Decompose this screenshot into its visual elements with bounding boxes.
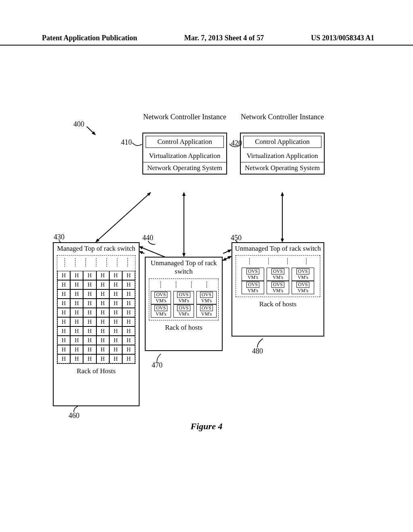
- host-cell: H: [96, 317, 109, 326]
- dashed-sep: [206, 281, 207, 288]
- host-cell: H: [96, 336, 109, 345]
- controller-title-right: Network Controller Instance: [240, 113, 325, 121]
- controller-box-410: Control Application Virtualization Appli…: [142, 133, 227, 175]
- vm-row: OVSVM'sOVSVM'sOVSVM's: [238, 268, 318, 281]
- vms-label: VM's: [201, 312, 212, 316]
- edge-430-450a: [140, 251, 144, 254]
- host-cell: H: [109, 354, 122, 364]
- vm-host-box: OVSVM's: [173, 291, 194, 304]
- dashed-sep: [306, 258, 307, 264]
- ref480-hook: [257, 339, 263, 347]
- ref400-arrow: [87, 127, 95, 135]
- vm-row: OVSVM'sOVSVM'sOVSVM's: [151, 304, 217, 318]
- ref460-hook: [74, 406, 78, 412]
- rack-440-title: Unmanaged Top of rack switch: [146, 258, 222, 278]
- vms-label: VM's: [248, 275, 258, 280]
- host-cell: H: [83, 308, 96, 317]
- rack-440-vm-area: OVSVM'sOVSVM'sOVSVM'sOVSVM'sOVSVM'sOVSVM…: [149, 278, 219, 320]
- host-cell: H: [70, 271, 83, 280]
- host-cell: H: [83, 317, 96, 326]
- host-row: HHHHHH: [57, 317, 135, 326]
- vm-row: OVSVM'sOVSVM'sOVSVM's: [151, 291, 217, 304]
- controller-box-420: Control Application Virtualization Appli…: [240, 133, 325, 175]
- host-cell: H: [57, 317, 70, 326]
- host-cell: H: [83, 289, 96, 299]
- host-cell: H: [109, 308, 122, 317]
- vm-host-box: OVSVM's: [292, 281, 314, 294]
- dashed-sep: [161, 281, 161, 288]
- ovs-label: OVS: [200, 292, 213, 298]
- ref-460: 460: [69, 411, 79, 420]
- host-cell: H: [96, 271, 109, 280]
- ovs-label: OVS: [271, 268, 284, 274]
- host-cell: H: [122, 289, 135, 299]
- host-cell: H: [96, 345, 109, 354]
- host-cell: H: [109, 289, 122, 299]
- host-cell: H: [122, 271, 135, 280]
- host-cell: H: [109, 336, 122, 345]
- vm-row: OVSVM'sOVSVM'sOVSVM's: [238, 281, 318, 294]
- virt-app-420: Virtualization Application: [241, 150, 324, 162]
- ovs-label: OVS: [200, 305, 213, 311]
- host-cell: H: [70, 326, 83, 336]
- host-cell: H: [57, 336, 70, 345]
- host-cell: H: [122, 326, 135, 336]
- host-cell: H: [57, 354, 70, 364]
- header-left: Patent Application Publication: [42, 34, 137, 42]
- host-cell: H: [70, 336, 83, 345]
- ovs-label: OVS: [177, 292, 190, 298]
- host-cell: H: [122, 299, 135, 308]
- ovs-label: OVS: [246, 282, 259, 288]
- header-right: US 2013/0058343 A1: [311, 34, 374, 42]
- host-row: HHHHHH: [57, 336, 135, 345]
- host-cell: H: [57, 345, 70, 354]
- ref-470: 470: [152, 361, 163, 370]
- rack-450: Unmanaged Top of rack switch OVSVM'sOVSV…: [232, 242, 324, 337]
- host-cell: H: [83, 271, 96, 280]
- host-cell: H: [83, 326, 96, 336]
- edge-440-450: [223, 256, 231, 260]
- vm-host-box: OVSVM's: [267, 268, 289, 281]
- ovs-label: OVS: [271, 282, 284, 288]
- rack-450-title: Unmanaged Top of rack switch: [232, 243, 323, 255]
- host-cell: H: [83, 299, 96, 308]
- host-cell: H: [109, 345, 122, 354]
- vm-host-box: OVSVM's: [242, 281, 264, 294]
- header-center: Mar. 7, 2013 Sheet 4 of 57: [184, 34, 264, 42]
- ovs-label: OVS: [296, 268, 309, 274]
- dashed-sep: [127, 258, 128, 267]
- dashed-sep: [268, 258, 269, 264]
- host-cell: H: [83, 345, 96, 354]
- host-cell: H: [96, 308, 109, 317]
- rack-440-caption: Rack of hosts: [146, 320, 222, 332]
- host-cell: H: [122, 336, 135, 345]
- host-cell: H: [109, 326, 122, 336]
- figure-diagram: 400 410 420 430 440 450 460 470 480 Netw…: [0, 48, 413, 443]
- dashed-sep: [117, 258, 117, 267]
- dashed-sep: [191, 281, 192, 288]
- dashed-sep: [65, 258, 65, 267]
- rack-450-caption: Rack of hosts: [232, 297, 323, 308]
- host-row: HHHHHH: [57, 299, 135, 308]
- host-cell: H: [83, 280, 96, 289]
- host-cell: H: [57, 299, 70, 308]
- host-cell: H: [83, 336, 96, 345]
- host-cell: H: [57, 308, 70, 317]
- host-cell: H: [70, 299, 83, 308]
- host-cell: H: [96, 326, 109, 336]
- vm-host-box: OVSVM's: [242, 268, 264, 281]
- host-cell: H: [96, 280, 109, 289]
- host-cell: H: [122, 280, 135, 289]
- ref-440: 440: [142, 234, 153, 242]
- rack-430-host-grid: HHHHHHHHHHHHHHHHHHHHHHHHHHHHHHHHHHHHHHHH…: [57, 271, 136, 364]
- host-cell: H: [70, 345, 83, 354]
- host-cell: H: [96, 289, 109, 299]
- host-cell: H: [57, 280, 70, 289]
- ref-400: 400: [73, 120, 84, 129]
- vm-host-box: OVSVM's: [267, 281, 289, 294]
- control-app-410: Control Application: [146, 136, 224, 148]
- host-cell: H: [57, 289, 70, 299]
- host-cell: H: [122, 317, 135, 326]
- dashed-sep: [287, 258, 288, 264]
- virt-app-410: Virtualization Application: [143, 150, 226, 162]
